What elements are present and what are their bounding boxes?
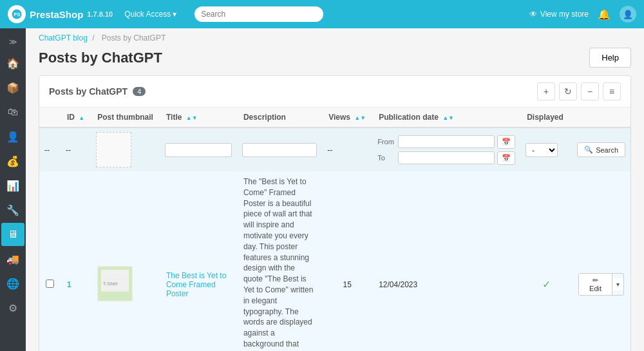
th-views[interactable]: Views ▲▼ (322, 108, 372, 128)
th-displayed: Displayed (520, 108, 572, 128)
card-actions: + ↻ − ≡ (537, 82, 621, 100)
top-navigation: PS PrestaShop 1.7.8.10 Quick Access ▾ 👁 … (0, 0, 644, 28)
filter-cell-title (160, 128, 237, 171)
refresh-button[interactable]: ↻ (559, 82, 577, 100)
row-actions: ✏ Edit▾ (572, 171, 630, 351)
from-calendar-button[interactable]: 📅 (497, 135, 515, 149)
th-checkbox (39, 108, 61, 128)
card-count: 4 (133, 87, 146, 96)
filter-cell-displayed: - Yes No (520, 128, 572, 171)
user-icon: 👤 (623, 10, 633, 19)
search-wrapper (194, 6, 323, 22)
sidebar-toggle[interactable]: ≫ (5, 33, 21, 50)
sort-icon-title: ▲▼ (186, 115, 198, 121)
filter-title-input[interactable] (165, 143, 232, 157)
sort-icon-views: ▲▼ (354, 115, 366, 121)
search-icon: 🔍 (584, 146, 593, 154)
sidebar-item-pricing[interactable]: 💰 (1, 149, 24, 173)
th-title[interactable]: Title ▲▼ (160, 108, 237, 128)
breadcrumb-separator: / (92, 33, 94, 43)
filter-displayed-select[interactable]: - Yes No (526, 143, 558, 157)
chevron-down-icon: ▾ (173, 10, 176, 19)
card-header: Posts by ChatGPT 4 + ↻ − ≡ (39, 76, 630, 108)
notifications-icon[interactable]: 🔔 (598, 8, 611, 21)
filter-cell-actions: 🔍 Search (572, 128, 630, 171)
sidebar: ≫ 🏠 📦 🛍 👤 💰 📊 🔧 🖥 🚚 🌐 ⚙ (0, 28, 26, 351)
filter-search-button[interactable]: 🔍 Search (577, 142, 625, 157)
sort-icon-id: ▲ (79, 115, 84, 121)
filter-to-row: To 📅 (377, 151, 515, 165)
table-body: 1The Best is Yet to Come Framed PosterTh… (39, 171, 630, 351)
row-views: 15 (322, 171, 372, 351)
filter-from-row: From 📅 (377, 135, 515, 149)
page-header: Posts by ChatGPT Help (26, 43, 644, 75)
search-input[interactable] (194, 6, 323, 22)
add-record-button[interactable]: + (537, 82, 555, 100)
brand-logo[interactable]: PS PrestaShop 1.7.8.10 (8, 5, 113, 23)
th-id[interactable]: ID ▲ (61, 108, 91, 128)
filter-row: -- -- -- (39, 128, 630, 171)
table-row: 1The Best is Yet to Come Framed PosterTh… (39, 171, 630, 351)
breadcrumb: ChatGPT blog / Posts by ChatGPT (26, 28, 644, 43)
brand-name: PrestaShop (30, 9, 83, 20)
from-label: From (377, 138, 395, 146)
breadcrumb-current: Posts by ChatGPT (102, 33, 166, 43)
filter-cell-thumbnail (91, 128, 160, 171)
topnav-right: 👁 View my store 🔔 👤 (529, 6, 636, 23)
page-title: Posts by ChatGPT (39, 50, 162, 66)
row-checkbox[interactable] (46, 280, 54, 288)
table-header-row: ID ▲ Post thumbnail Title ▲▼ Description… (39, 108, 630, 128)
row-displayed: ✓ (520, 171, 572, 351)
row-description: The "Best is Yet to Come" Framed Poster … (237, 171, 322, 351)
th-actions (572, 108, 630, 128)
user-avatar[interactable]: 👤 (620, 6, 636, 23)
logo-icon: PS (8, 5, 26, 23)
view-my-store-link[interactable]: 👁 View my store (529, 10, 589, 19)
eye-icon: 👁 (529, 10, 537, 19)
collapse-button[interactable]: − (581, 82, 599, 100)
to-calendar-button[interactable]: 📅 (497, 151, 515, 165)
row-publication-date: 12/04/2023 (372, 171, 520, 351)
filter-cell-pubdate: From 📅 To 📅 (372, 128, 520, 171)
filter-cell-views: -- (322, 128, 372, 171)
posts-table: ID ▲ Post thumbnail Title ▲▼ Description… (39, 108, 630, 351)
sidebar-item-stats[interactable]: 📊 (1, 174, 24, 197)
breadcrumb-parent[interactable]: ChatGPT blog (39, 33, 88, 43)
sidebar-item-design[interactable]: 🖥 (1, 223, 24, 246)
sidebar-item-orders[interactable]: 📦 (1, 76, 24, 99)
edit-button[interactable]: ✏ Edit (579, 274, 612, 295)
edit-dropdown-arrow[interactable]: ▾ (612, 278, 623, 290)
row-checkbox-cell (39, 171, 61, 351)
sidebar-item-catalog[interactable]: 🛍 (1, 100, 24, 124)
posts-card: Posts by ChatGPT 4 + ↻ − ≡ ID ▲ (39, 75, 631, 351)
row-id: 1 (61, 171, 91, 351)
help-button[interactable]: Help (589, 48, 631, 68)
filter-from-input[interactable] (398, 135, 495, 148)
row-title[interactable]: The Best is Yet to Come Framed Poster (160, 171, 237, 351)
main-content: ChatGPT blog / Posts by ChatGPT Posts by… (26, 28, 644, 351)
settings-button[interactable]: ≡ (603, 82, 621, 100)
svg-text:PS: PS (14, 12, 21, 17)
sidebar-item-modules[interactable]: 🔧 (1, 198, 24, 222)
edit-button-group: ✏ Edit▾ (578, 273, 624, 296)
row-thumbnail (91, 171, 160, 351)
filter-cell-id: -- (61, 128, 91, 171)
th-description: Description (237, 108, 322, 128)
sidebar-item-dashboard[interactable]: 🏠 (1, 52, 24, 75)
filter-desc-input[interactable] (242, 143, 317, 157)
filter-to-input[interactable] (398, 151, 495, 164)
sidebar-item-settings[interactable]: ⚙ (1, 296, 24, 319)
card-title: Posts by ChatGPT (49, 86, 128, 97)
quick-access-button[interactable]: Quick Access ▾ (119, 7, 182, 21)
sidebar-item-customers[interactable]: 👤 (1, 125, 24, 148)
brand-version: 1.7.8.10 (87, 10, 113, 18)
filter-cell-desc (237, 128, 322, 171)
table-wrapper: ID ▲ Post thumbnail Title ▲▼ Description… (39, 108, 630, 351)
displayed-checkmark-icon: ✓ (542, 279, 551, 290)
sidebar-item-shipping[interactable]: 🚚 (1, 247, 24, 270)
filter-pubdate-range: From 📅 To 📅 (377, 135, 515, 165)
th-pubdate[interactable]: Publication date ▲▼ (372, 108, 520, 128)
to-label: To (377, 154, 395, 162)
th-thumbnail: Post thumbnail (91, 108, 160, 128)
sidebar-item-international[interactable]: 🌐 (1, 272, 24, 295)
